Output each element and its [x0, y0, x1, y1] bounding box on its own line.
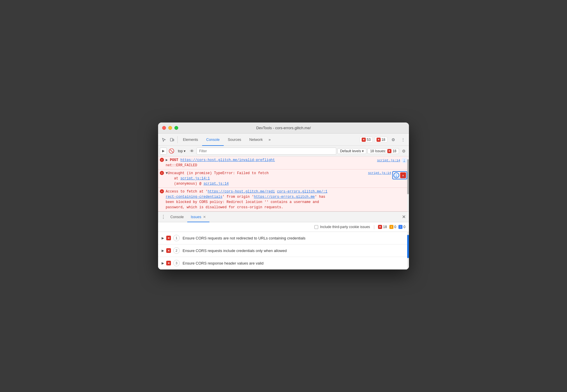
- error-count-badge[interactable]: ✕ 53: [360, 137, 372, 143]
- post-url-link[interactable]: https://cors-host.glitch.me/invalid-pref…: [180, 158, 275, 162]
- devtools-panel: Elements Console Sources Network » ✕ 53 …: [158, 134, 409, 270]
- rect-link[interactable]: rect-containing-credentials: [166, 195, 222, 199]
- eye-icon[interactable]: 👁: [188, 148, 195, 155]
- bottom-dots-menu[interactable]: ⋮: [160, 214, 167, 220]
- entry-text-1: ▶ POST https://cors-host.glitch.me/inval…: [166, 158, 377, 163]
- entry-source-1: script.js:14 ↕: [377, 158, 407, 163]
- error-icon: ✕: [362, 138, 366, 142]
- tab-console[interactable]: Console: [202, 134, 224, 146]
- issues-separator: |: [374, 225, 375, 229]
- issues-error-icon: ✕: [387, 149, 391, 153]
- issue-arrow-1: ▶: [162, 236, 164, 240]
- issue-item-3[interactable]: ▶ ✕ 3 Ensure CORS response header values…: [158, 257, 409, 270]
- close-icon-2[interactable]: ✕: [400, 172, 406, 178]
- highlighted-actions: ↕ ✕: [392, 171, 407, 179]
- error-icon-2: ✕: [160, 171, 164, 175]
- entry-row-1: ▶ POST https://cors-host.glitch.me/inval…: [166, 158, 407, 168]
- issue-count-2: 2: [173, 247, 180, 254]
- bottom-scrollbar-thumb[interactable]: [407, 235, 409, 258]
- minimize-button[interactable]: [168, 126, 172, 130]
- issues-error-icon-sm: ✕: [378, 225, 382, 229]
- source-link-1[interactable]: script.js:14: [377, 159, 400, 162]
- entry-text-2: ▼Uncaught (in promise) TypeError: Failed…: [166, 171, 368, 176]
- entry-source-2: script.js:14 ↕ ✕: [368, 171, 407, 179]
- tab-network[interactable]: Network: [245, 134, 267, 146]
- source-link-2[interactable]: script.js:14: [368, 171, 391, 175]
- issue-count-3: 3: [173, 260, 180, 266]
- issues-error-badge: ✕ 18: [378, 225, 387, 229]
- filter-input[interactable]: [197, 148, 336, 155]
- issue-item-2[interactable]: ▶ ✕ 2 Ensure CORS requests include crede…: [158, 244, 409, 257]
- cors-errors-link[interactable]: cors-errors.glitch.me/:1: [277, 190, 328, 194]
- third-party-checkbox[interactable]: [314, 225, 318, 229]
- issue-arrow-2: ▶: [162, 249, 164, 253]
- entry-content-2: ▼Uncaught (in promise) TypeError: Failed…: [166, 171, 407, 186]
- issue-arrow-3: ▶: [162, 261, 164, 265]
- entry-content-3: Access to fetch at 'https://cors-host.gl…: [166, 189, 407, 210]
- fetch-url-link[interactable]: https://cors-host.glitch.me/redi: [208, 190, 275, 194]
- bottom-tabs: ⋮ Console Issues ✕ ✕: [158, 212, 409, 222]
- bottom-scrollbar-track: [407, 232, 409, 270]
- issues-warning-badge: ! 0: [389, 225, 396, 229]
- issues-tab-close[interactable]: ✕: [203, 215, 206, 219]
- tab-sources[interactable]: Sources: [224, 134, 245, 146]
- scrollbar-thumb[interactable]: [407, 159, 409, 194]
- svg-rect-1: [173, 139, 174, 141]
- console-entry-1: ✕ ▶ POST https://cors-host.glitch.me/inv…: [158, 156, 409, 169]
- error-icon-3: ✕: [160, 189, 164, 193]
- settings-icon[interactable]: ⚙: [389, 136, 397, 144]
- warning-count-badge[interactable]: ✕ 18: [374, 137, 387, 143]
- entry-text-3: Access to fetch at 'https://cors-host.gl…: [166, 189, 407, 194]
- entry-subtext-3: (anonymous) @ script.js:14: [166, 181, 368, 186]
- cursor-icon[interactable]: [160, 136, 168, 144]
- at-link[interactable]: script.js:14:1: [180, 176, 210, 181]
- tab-elements[interactable]: Elements: [179, 134, 202, 146]
- issue-count-1: 1: [173, 235, 180, 241]
- console-entry-2: ✕ ▼Uncaught (in promise) TypeError: Fail…: [158, 169, 409, 188]
- titlebar: DevTools - cors-errors.glitch.me/: [158, 123, 409, 134]
- download-icon-2[interactable]: ↕: [393, 172, 399, 178]
- origin-link[interactable]: https://cors-errors.glitch.me: [254, 195, 315, 199]
- top-toolbar: Elements Console Sources Network » ✕ 53 …: [158, 134, 409, 146]
- entry-text-3c: been blocked by CORS policy: Redirect lo…: [166, 200, 407, 205]
- log-levels-dropdown[interactable]: Default levels ▾: [337, 148, 366, 154]
- traffic-lights: [162, 126, 178, 130]
- console-settings-icon[interactable]: ⚙: [400, 148, 407, 155]
- entry-content-1: ▶ POST https://cors-host.glitch.me/inval…: [166, 158, 407, 168]
- more-tabs-button[interactable]: »: [267, 137, 272, 142]
- entry-text-3d: password, which is disallowed for cross-…: [166, 205, 407, 210]
- toolbar-separator: [177, 136, 178, 143]
- context-dropdown[interactable]: top ▾: [176, 148, 187, 154]
- console-toolbar: ▶ 🚫 top ▾ 👁 Default levels ▾ 18 Issues: …: [158, 146, 409, 156]
- maximize-button[interactable]: [174, 126, 178, 130]
- bottom-tab-console[interactable]: Console: [167, 212, 187, 222]
- issue-error-icon-1: ✕: [166, 236, 171, 240]
- entry-text-3b: rect-containing-credentials' from origin…: [166, 194, 407, 200]
- bottom-panel: ⋮ Console Issues ✕ ✕ Include third-party…: [158, 211, 409, 270]
- warning-icon: ✕: [377, 138, 381, 142]
- clear-console-button[interactable]: ▶: [160, 148, 167, 155]
- close-button[interactable]: [162, 126, 166, 130]
- more-options-icon[interactable]: ⋮: [399, 136, 407, 144]
- issue-item-1[interactable]: ▶ ✕ 1 Ensure CORS requests are not redir…: [158, 232, 409, 244]
- bottom-tab-issues[interactable]: Issues ✕: [187, 212, 209, 222]
- issues-list: ▶ ✕ 1 Ensure CORS requests are not redir…: [158, 232, 409, 270]
- third-party-checkbox-label[interactable]: Include third-party cookie issues: [314, 225, 370, 229]
- scrollbar-track: [407, 156, 409, 211]
- anon-link[interactable]: script.js:14: [204, 182, 229, 186]
- device-icon[interactable]: [168, 136, 176, 144]
- issues-count-badge[interactable]: 18 Issues: ✕ 18: [368, 148, 399, 154]
- issues-options-bar: Include third-party cookie issues | ✕ 18…: [158, 222, 409, 232]
- issue-error-icon-3: ✕: [166, 261, 171, 265]
- console-content: ✕ ▶ POST https://cors-host.glitch.me/inv…: [158, 156, 409, 211]
- error-icon-1: ✕: [160, 158, 164, 162]
- issues-info-icon: i: [398, 225, 402, 229]
- entry-error-text: net::ERR_FAILED: [166, 163, 377, 168]
- panel-close-button[interactable]: ✕: [400, 214, 407, 220]
- download-icon-1[interactable]: ↕: [401, 158, 407, 163]
- window-title: DevTools - cors-errors.glitch.me/: [256, 126, 311, 130]
- dropdown-arrow: ▾: [184, 149, 186, 153]
- entry-row-3: Access to fetch at 'https://cors-host.gl…: [166, 189, 407, 210]
- devtools-window: DevTools - cors-errors.glitch.me/ Elemen…: [158, 123, 409, 270]
- no-entry-icon[interactable]: 🚫: [168, 148, 175, 155]
